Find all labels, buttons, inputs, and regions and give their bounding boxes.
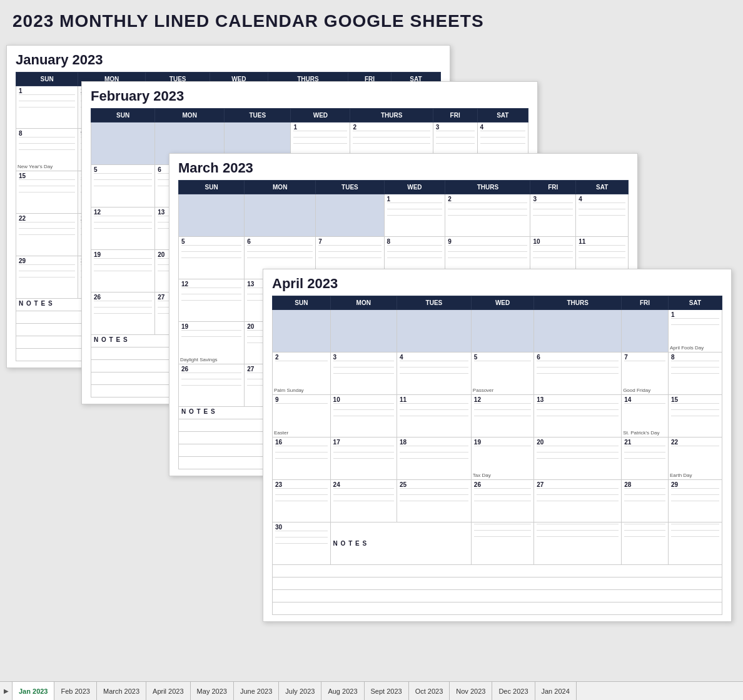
apr-d12: 12 [471, 395, 533, 438]
apr-d21: 21 [622, 438, 669, 480]
tab-aug-2023[interactable]: Aug 2023 [321, 682, 364, 701]
january-title: January 2023 [7, 46, 450, 72]
apr-d28: 28 [622, 480, 669, 522]
tab-dec-2023[interactable]: Dec 2023 [492, 682, 535, 701]
apr-fri-header: FRI [622, 296, 669, 310]
apr-d20: 20 [534, 438, 622, 480]
mar-tues-header: TUES [316, 181, 384, 194]
feb-d19: 19 [91, 250, 155, 292]
apr-d7: 7Good Friday [622, 352, 669, 395]
jan-d15: 15 [16, 171, 78, 214]
tab-july-2023[interactable]: July 2023 [279, 682, 321, 701]
feb-tues-header: TUES [225, 109, 291, 122]
feb-mon-header: MON [155, 109, 225, 122]
apr-d26: 26 [471, 480, 533, 522]
jan-d8: 8New Year's Day [16, 129, 78, 171]
tab-sept-2023[interactable]: Sept 2023 [365, 682, 409, 701]
page-title: 2023 MONTHLY LINED CALENDAR GOOGLE SHEET… [13, 11, 730, 31]
tab-march-2023[interactable]: March 2023 [97, 682, 146, 701]
apr-empty1 [273, 310, 331, 352]
apr-d1: 1April Fools Day [668, 310, 722, 352]
apr-d6: 6 [534, 352, 622, 395]
apr-empty5 [534, 310, 622, 352]
jan-d1: 1 [16, 86, 78, 129]
table-row: 30 N O T E S [273, 522, 722, 565]
apr-d14: 14St. Patrick's Day [622, 395, 669, 438]
apr-thurs-header: THURS [534, 296, 622, 310]
apr-notes-4 [668, 522, 722, 565]
feb-fri-header: FRI [433, 109, 477, 122]
apr-mon-header: MON [330, 296, 397, 310]
table-row: 16 17 18 19Tax Day 20 21 22Earth Day [273, 438, 722, 480]
mar-d2: 2 [445, 194, 530, 237]
jan-d22: 22 [16, 214, 78, 256]
mar-empty2 [245, 194, 316, 237]
march-title: March 2023 [169, 154, 637, 180]
mar-d4: 4 [576, 194, 629, 237]
apr-d17: 17 [330, 438, 397, 480]
mar-d26: 26 [179, 364, 245, 407]
tab-april-2023[interactable]: April 2023 [146, 682, 191, 701]
mar-empty3 [316, 194, 384, 237]
table-row: 1April Fools Day [273, 310, 722, 352]
tab-bar: ▶ Jan 2023 Feb 2023 March 2023 April 202… [0, 681, 743, 700]
apr-d4: 4 [397, 352, 471, 395]
mar-fri-header: FRI [530, 181, 576, 194]
tab-may-2023[interactable]: May 2023 [191, 682, 234, 701]
feb-empty1 [91, 122, 155, 165]
feb-d12: 12 [91, 208, 155, 250]
apr-d19: 19Tax Day [471, 438, 533, 480]
feb-d5: 5 [91, 165, 155, 208]
apr-d13: 13 [534, 395, 622, 438]
apr-empty3 [397, 310, 471, 352]
apr-d29: 29 [668, 480, 722, 522]
apr-d18: 18 [397, 438, 471, 480]
jan-d29: 29 [16, 256, 78, 299]
apr-d8: 8 [668, 352, 722, 395]
tab-jan-2024[interactable]: Jan 2024 [535, 682, 577, 701]
mar-empty1 [179, 194, 245, 237]
apr-notes-2 [534, 522, 622, 565]
apr-d30: 30 [273, 522, 331, 565]
apr-d10: 10 [330, 395, 397, 438]
apr-tues-header: TUES [397, 296, 471, 310]
jan-sun-header: SUN [16, 72, 78, 86]
tab-feb-2023[interactable]: Feb 2023 [54, 682, 96, 701]
apr-empty2 [330, 310, 397, 352]
apr-d11: 11 [397, 395, 471, 438]
apr-d9: 9Easter [273, 395, 331, 438]
tab-oct-2023[interactable]: Oct 2023 [409, 682, 450, 701]
apr-notes-1 [471, 522, 533, 565]
feb-thurs-header: THURS [350, 109, 433, 122]
mar-d12: 12 [179, 279, 245, 322]
april-title: April 2023 [263, 269, 731, 296]
apr-d15: 15 [668, 395, 722, 438]
apr-d23: 23 [273, 480, 331, 522]
tab-jan-2023[interactable]: Jan 2023 [13, 682, 54, 701]
table-row: 23 24 25 26 27 28 29 [273, 480, 722, 522]
mar-wed-header: WED [384, 181, 445, 194]
apr-d27: 27 [534, 480, 622, 522]
apr-d16: 16 [273, 438, 331, 480]
mar-d5: 5 [179, 237, 245, 279]
apr-d3: 3 [330, 352, 397, 395]
apr-sun-header: SUN [273, 296, 331, 310]
tab-play-button[interactable]: ▶ [0, 682, 13, 701]
apr-d2: 2Palm Sunday [273, 352, 331, 395]
table-row: 2Palm Sunday 3 4 5Passover 6 7Good Frida… [273, 352, 722, 395]
mar-d19: 19Daylight Savings [179, 322, 245, 364]
tab-nov-2023[interactable]: Nov 2023 [450, 682, 492, 701]
apr-empty4 [471, 310, 533, 352]
tab-june-2023[interactable]: June 2023 [234, 682, 279, 701]
main-content: 2023 MONTHLY LINED CALENDAR GOOGLE SHEET… [0, 0, 743, 70]
apr-d5: 5Passover [471, 352, 533, 395]
apr-d22: 22Earth Day [668, 438, 722, 480]
mar-sat-header: SAT [576, 181, 629, 194]
apr-empty6 [622, 310, 669, 352]
april-table: SUN MON TUES WED THURS FRI SAT [272, 296, 722, 615]
apr-notes-label-inline: N O T E S [330, 522, 471, 565]
apr-d25: 25 [397, 480, 471, 522]
feb-d26: 26 [91, 292, 155, 335]
mar-d1: 1 [384, 194, 445, 237]
apr-notes-3 [622, 522, 669, 565]
